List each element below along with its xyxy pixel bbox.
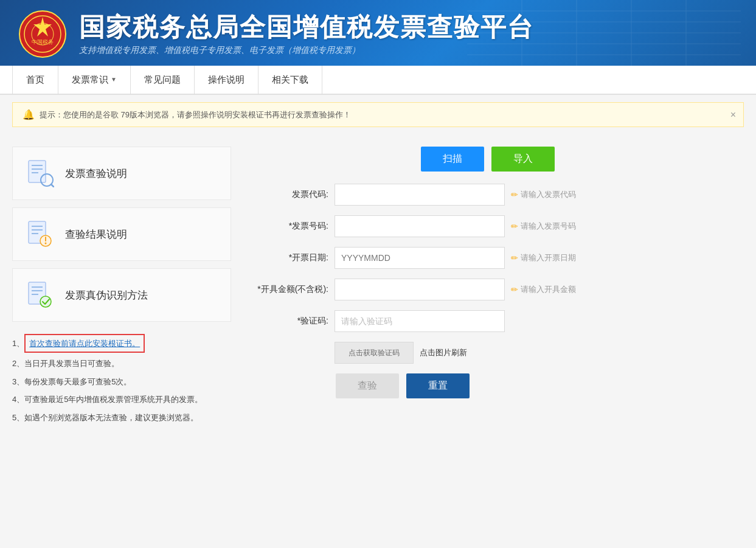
form-row-captcha: *验证码: [249,310,726,332]
input-kjje[interactable] [335,279,505,300]
navbar: 首页 发票常识 ▼ 常见问题 操作说明 相关下载 [0,66,756,95]
invoice-result-icon [25,219,55,249]
nav-faq[interactable]: 常见问题 [131,65,195,94]
pencil-icon-fpdm: ✏ [511,190,518,199]
note-item-1: 1、首次查验前请点此安装根证书。 [12,334,231,353]
svg-rect-14 [29,161,46,182]
label-fphm: *发票号码: [249,221,328,232]
input-kprq[interactable] [335,247,505,269]
form-row-fphm: *发票号码: ✏ 请输入发票号码 [249,215,726,237]
note-item-2: 2、当日开具发票当日可查验。 [12,356,231,370]
info-card-label-3: 发票真伪识别方法 [65,288,148,302]
label-kprq: *开票日期: [249,252,328,263]
pencil-icon-fphm: ✏ [511,221,518,231]
header-subtitle: 支持增值税专用发票、增值税电子专用发票、电子发票（增值税专用发票） [79,45,534,56]
label-fpdm: 发票代码: [249,189,328,200]
svg-line-19 [51,184,54,187]
pencil-icon-kprq: ✏ [511,253,518,263]
info-card-label-2: 查验结果说明 [65,227,127,241]
nav-downloads[interactable]: 相关下载 [258,65,322,94]
input-captcha[interactable] [335,310,505,332]
nav-invoice-knowledge[interactable]: 发票常识 ▼ [58,65,131,94]
left-panel: 发票查验说明 查验结果说明 [12,147,231,428]
form-top-buttons: 扫描 导入 [249,147,726,172]
action-row: 查验 重置 [249,373,726,398]
chevron-down-icon: ▼ [111,65,117,94]
captcha-image-row: 点击获取验证码 点击图片刷新 [249,342,726,364]
info-card-authenticity[interactable]: 发票真伪识别方法 [12,268,231,322]
right-panel: 扫描 导入 发票代码: ✏ 请输入发票代码 *发票号码: ✏ 请输入发票号码 *… [231,147,744,398]
label-kjje: *开具金额(不含税): [249,284,328,295]
reset-button[interactable]: 重置 [406,373,470,398]
alert-bar: 🔔 提示：您使用的是谷歌 79版本浏览器，请参照操作说明安装根证书再进行发票查验… [12,102,744,127]
hint-fpdm: ✏ 请输入发票代码 [511,189,602,200]
svg-point-26 [45,243,47,245]
pencil-icon-kjje: ✏ [511,285,518,294]
invoice-authenticity-icon [25,280,55,310]
alert-close-button[interactable]: × [730,109,736,120]
hint-kprq: ✏ 请输入开票日期 [511,252,602,263]
note-item-4: 4、可查验最近5年内增值税发票管理系统开具的发票。 [12,392,231,406]
alert-icon: 🔔 [23,109,35,120]
captcha-image[interactable]: 点击获取验证码 [335,342,414,364]
hint-kjje: ✏ 请输入开具金额 [511,284,602,295]
hint-fphm: ✏ 请输入发票号码 [511,221,602,232]
logo: 中国税务 [18,10,67,58]
header-text: 国家税务总局全国增值税发票查验平台 支持增值税专用发票、增值税电子专用发票、电子… [79,12,534,56]
input-fphm[interactable] [335,215,505,237]
alert-text: 提示：您使用的是谷歌 79版本浏览器，请参照操作说明安装根证书再进行发票查验操作… [40,109,351,120]
form-row-fpdm: 发票代码: ✏ 请输入发票代码 [249,184,726,206]
nav-home[interactable]: 首页 [12,65,58,94]
label-captcha: *验证码: [249,316,328,327]
info-card-result[interactable]: 查验结果说明 [12,207,231,261]
svg-point-31 [40,296,51,307]
info-card-label-1: 发票查验说明 [65,167,127,181]
svg-text:中国税务: 中国税务 [32,39,54,45]
install-cert-link[interactable]: 首次查验前请点此安装根证书。 [24,334,145,353]
invoice-verify-icon [25,158,55,189]
form-row-kprq: *开票日期: ✏ 请输入开票日期 [249,247,726,269]
verify-button[interactable]: 查验 [336,373,399,398]
header: 中国税务 国家税务总局全国增值税发票查验平台 支持增值税专用发票、增值税电子专用… [0,0,756,66]
info-card-verification[interactable]: 发票查验说明 [12,147,231,200]
note-item-5: 5、如遇个别浏览器版本无法查验，建议更换浏览器。 [12,411,231,425]
captcha-refresh-link[interactable]: 点击图片刷新 [420,347,467,358]
header-title: 国家税务总局全国增值税发票查验平台 [79,12,534,43]
notes-list: 1、首次查验前请点此安装根证书。 2、当日开具发票当日可查验。 3、每份发票每天… [12,334,231,425]
main-content: 发票查验说明 查验结果说明 [0,134,756,440]
scan-button[interactable]: 扫描 [421,147,484,172]
form-row-kjje: *开具金额(不含税): ✏ 请输入开具金额 [249,279,726,300]
input-fpdm[interactable] [335,184,505,206]
note-item-3: 3、每份发票每天最多可查验5次。 [12,375,231,389]
nav-instructions[interactable]: 操作说明 [195,65,258,94]
import-button[interactable]: 导入 [491,147,555,172]
